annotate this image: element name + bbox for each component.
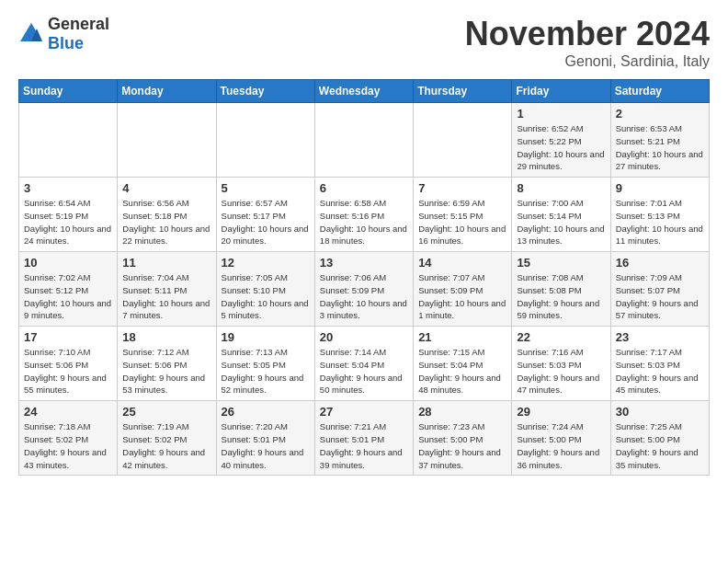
table-cell: 15Sunrise: 7:08 AM Sunset: 5:08 PM Dayli… (512, 252, 610, 327)
day-number: 12 (222, 256, 310, 270)
table-cell: 26Sunrise: 7:20 AM Sunset: 5:01 PM Dayli… (216, 401, 314, 476)
day-content: Sunrise: 7:00 AM Sunset: 5:14 PM Dayligh… (517, 197, 605, 247)
day-number: 8 (517, 181, 605, 195)
day-content: Sunrise: 7:01 AM Sunset: 5:13 PM Dayligh… (616, 197, 704, 247)
table-cell: 9Sunrise: 7:01 AM Sunset: 5:13 PM Daylig… (610, 178, 709, 252)
col-thursday: Thursday (414, 80, 512, 103)
logo-general: General (48, 15, 109, 33)
day-content: Sunrise: 6:54 AM Sunset: 5:19 PM Dayligh… (24, 197, 112, 247)
table-cell (118, 103, 216, 178)
day-content: Sunrise: 7:19 AM Sunset: 5:02 PM Dayligh… (122, 420, 210, 471)
title-block: November 2024 Genoni, Sardinia, Italy (465, 15, 710, 70)
table-cell (414, 103, 512, 178)
logo-icon (18, 21, 44, 47)
table-cell (314, 103, 413, 178)
table-cell: 19Sunrise: 7:13 AM Sunset: 5:05 PM Dayli… (216, 327, 314, 401)
logo: General Blue (18, 15, 109, 53)
day-number: 11 (122, 256, 210, 270)
day-number: 25 (122, 405, 210, 419)
day-content: Sunrise: 7:07 AM Sunset: 5:09 PM Dayligh… (418, 271, 506, 322)
table-cell: 27Sunrise: 7:21 AM Sunset: 5:01 PM Dayli… (314, 401, 413, 476)
week-row-2: 10Sunrise: 7:02 AM Sunset: 5:12 PM Dayli… (19, 252, 710, 327)
day-content: Sunrise: 7:08 AM Sunset: 5:08 PM Dayligh… (517, 271, 605, 322)
day-number: 9 (616, 181, 704, 195)
header-row: Sunday Monday Tuesday Wednesday Thursday… (19, 80, 710, 103)
table-cell: 13Sunrise: 7:06 AM Sunset: 5:09 PM Dayli… (314, 252, 413, 327)
table-cell: 4Sunrise: 6:56 AM Sunset: 5:18 PM Daylig… (118, 178, 216, 252)
table-cell: 22Sunrise: 7:16 AM Sunset: 5:03 PM Dayli… (512, 327, 610, 401)
day-content: Sunrise: 7:21 AM Sunset: 5:01 PM Dayligh… (320, 420, 408, 471)
day-number: 14 (418, 256, 506, 270)
day-number: 5 (222, 181, 310, 195)
table-cell: 1Sunrise: 6:52 AM Sunset: 5:22 PM Daylig… (512, 103, 610, 178)
page: General Blue November 2024 Genoni, Sardi… (0, 0, 728, 485)
day-number: 22 (517, 330, 605, 344)
day-content: Sunrise: 7:05 AM Sunset: 5:10 PM Dayligh… (222, 271, 310, 322)
table-cell (216, 103, 314, 178)
day-number: 27 (320, 405, 408, 419)
table-cell: 17Sunrise: 7:10 AM Sunset: 5:06 PM Dayli… (19, 327, 118, 401)
day-content: Sunrise: 7:09 AM Sunset: 5:07 PM Dayligh… (616, 271, 704, 322)
day-content: Sunrise: 6:59 AM Sunset: 5:15 PM Dayligh… (418, 197, 506, 247)
day-content: Sunrise: 6:58 AM Sunset: 5:16 PM Dayligh… (320, 197, 408, 247)
table-cell: 23Sunrise: 7:17 AM Sunset: 5:03 PM Dayli… (610, 327, 709, 401)
table-cell: 8Sunrise: 7:00 AM Sunset: 5:14 PM Daylig… (512, 178, 610, 252)
day-content: Sunrise: 6:56 AM Sunset: 5:18 PM Dayligh… (122, 197, 210, 247)
table-cell: 2Sunrise: 6:53 AM Sunset: 5:21 PM Daylig… (610, 103, 709, 178)
day-number: 2 (616, 107, 704, 121)
col-sunday: Sunday (19, 80, 118, 103)
header: General Blue November 2024 Genoni, Sardi… (18, 15, 710, 70)
day-number: 20 (320, 330, 408, 344)
table-cell: 18Sunrise: 7:12 AM Sunset: 5:06 PM Dayli… (118, 327, 216, 401)
day-content: Sunrise: 6:53 AM Sunset: 5:21 PM Dayligh… (616, 122, 704, 173)
day-number: 26 (222, 405, 310, 419)
col-monday: Monday (118, 80, 216, 103)
table-cell: 30Sunrise: 7:25 AM Sunset: 5:00 PM Dayli… (610, 401, 709, 476)
table-cell: 28Sunrise: 7:23 AM Sunset: 5:00 PM Dayli… (414, 401, 512, 476)
week-row-3: 17Sunrise: 7:10 AM Sunset: 5:06 PM Dayli… (19, 327, 710, 401)
table-cell: 24Sunrise: 7:18 AM Sunset: 5:02 PM Dayli… (19, 401, 118, 476)
logo-blue: Blue (48, 34, 84, 52)
day-number: 4 (122, 181, 210, 195)
day-content: Sunrise: 7:24 AM Sunset: 5:00 PM Dayligh… (517, 420, 605, 471)
day-number: 28 (418, 405, 506, 419)
location: Genoni, Sardinia, Italy (465, 53, 710, 70)
week-row-1: 3Sunrise: 6:54 AM Sunset: 5:19 PM Daylig… (19, 178, 710, 252)
day-content: Sunrise: 7:02 AM Sunset: 5:12 PM Dayligh… (24, 271, 112, 322)
day-content: Sunrise: 6:57 AM Sunset: 5:17 PM Dayligh… (222, 197, 310, 247)
table-cell: 25Sunrise: 7:19 AM Sunset: 5:02 PM Dayli… (118, 401, 216, 476)
day-number: 7 (418, 181, 506, 195)
calendar-table: Sunday Monday Tuesday Wednesday Thursday… (18, 79, 710, 476)
day-number: 3 (24, 181, 112, 195)
table-cell (19, 103, 118, 178)
day-number: 10 (24, 256, 112, 270)
day-content: Sunrise: 7:20 AM Sunset: 5:01 PM Dayligh… (222, 420, 310, 471)
day-number: 30 (616, 405, 704, 419)
col-saturday: Saturday (610, 80, 709, 103)
day-content: Sunrise: 7:16 AM Sunset: 5:03 PM Dayligh… (517, 346, 605, 396)
week-row-4: 24Sunrise: 7:18 AM Sunset: 5:02 PM Dayli… (19, 401, 710, 476)
table-cell: 7Sunrise: 6:59 AM Sunset: 5:15 PM Daylig… (414, 178, 512, 252)
day-content: Sunrise: 6:52 AM Sunset: 5:22 PM Dayligh… (517, 122, 605, 173)
day-content: Sunrise: 7:12 AM Sunset: 5:06 PM Dayligh… (122, 346, 210, 396)
day-number: 23 (616, 330, 704, 344)
day-content: Sunrise: 7:25 AM Sunset: 5:00 PM Dayligh… (616, 420, 704, 471)
day-content: Sunrise: 7:17 AM Sunset: 5:03 PM Dayligh… (616, 346, 704, 396)
table-cell: 12Sunrise: 7:05 AM Sunset: 5:10 PM Dayli… (216, 252, 314, 327)
week-row-0: 1Sunrise: 6:52 AM Sunset: 5:22 PM Daylig… (19, 103, 710, 178)
day-number: 15 (517, 256, 605, 270)
col-wednesday: Wednesday (314, 80, 413, 103)
table-cell: 29Sunrise: 7:24 AM Sunset: 5:00 PM Dayli… (512, 401, 610, 476)
month-title: November 2024 (465, 15, 710, 53)
table-cell: 11Sunrise: 7:04 AM Sunset: 5:11 PM Dayli… (118, 252, 216, 327)
day-content: Sunrise: 7:18 AM Sunset: 5:02 PM Dayligh… (24, 420, 112, 471)
day-number: 24 (24, 405, 112, 419)
day-number: 6 (320, 181, 408, 195)
table-cell: 3Sunrise: 6:54 AM Sunset: 5:19 PM Daylig… (19, 178, 118, 252)
day-number: 1 (517, 107, 605, 121)
day-number: 21 (418, 330, 506, 344)
day-number: 18 (122, 330, 210, 344)
day-content: Sunrise: 7:15 AM Sunset: 5:04 PM Dayligh… (418, 346, 506, 396)
day-content: Sunrise: 7:06 AM Sunset: 5:09 PM Dayligh… (320, 271, 408, 322)
day-content: Sunrise: 7:10 AM Sunset: 5:06 PM Dayligh… (24, 346, 112, 396)
